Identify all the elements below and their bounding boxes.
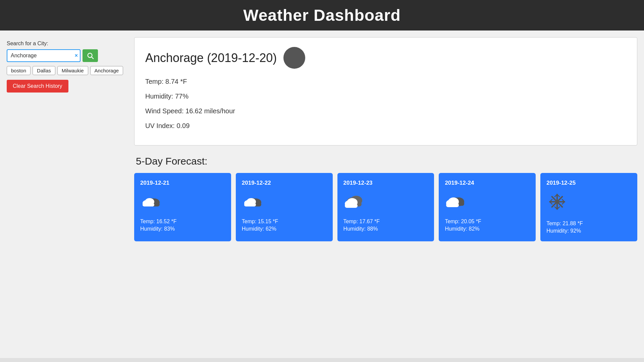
forecast-section: 5-Day Forecast: 2019-12-21 [134,156,637,248]
clear-history-button[interactable]: Clear Search History [7,80,68,93]
sidebar: Search for a City: × boston Dallas Milwa… [7,37,127,248]
forecast-card-day2: 2019-12-22 Temp: 15.15 *F Humidity: 62% [236,173,333,241]
forecast-date-day1: 2019-12-21 [140,180,225,186]
app-title: Weather Dashboard [243,6,401,24]
forecast-icon-day4 [445,192,530,212]
search-row: × [7,49,127,62]
search-icon [87,52,94,59]
forecast-temp-day5: Temp: 21.88 *F [546,221,631,227]
current-humidity: Humidity: 77% [145,92,626,101]
forecast-icon-day1 [140,192,225,212]
app-header: Weather Dashboard [0,0,644,31]
city-header: Anchorage (2019-12-20) [145,47,626,69]
svg-point-38 [556,200,558,203]
forecast-humidity-day1: Humidity: 83% [140,226,225,232]
forecast-card-day4: 2019-12-24 Temp: 20.05 [439,173,536,241]
history-tag-dallas[interactable]: Dallas [33,66,55,75]
forecast-card-day1: 2019-12-21 Temp: 16.52 [134,173,231,241]
forecast-cards: 2019-12-21 Temp: 16.52 [134,173,637,241]
right-content: Anchorage (2019-12-20) Temp: 8.74 *F Hum… [134,37,637,248]
forecast-card-day3: 2019-12-23 Temp: 17.67 [337,173,434,241]
forecast-date-day4: 2019-12-24 [445,180,530,186]
cloud-moon-icon-1 [140,192,162,209]
forecast-humidity-day2: Humidity: 62% [242,226,327,232]
svg-line-1 [92,57,93,59]
svg-rect-19 [345,204,358,208]
cloud-sun-icon [445,192,466,209]
forecast-title: 5-Day Forecast: [134,156,637,167]
current-uv-index: UV Index: 0.09 [145,121,626,130]
city-title: Anchorage (2019-12-20) [145,51,277,65]
svg-rect-13 [244,203,256,206]
forecast-temp-day1: Temp: 16.52 *F [140,219,225,225]
search-input[interactable] [7,49,80,62]
svg-rect-7 [143,203,154,206]
clear-input-icon[interactable]: × [75,53,78,58]
current-weather-card: Anchorage (2019-12-20) Temp: 8.74 *F Hum… [134,37,637,145]
search-input-wrapper: × [7,49,80,62]
forecast-humidity-day3: Humidity: 88% [343,226,428,232]
history-tag-boston[interactable]: boston [7,66,31,75]
search-label: Search for a City: [7,41,127,47]
forecast-humidity-day4: Humidity: 82% [445,226,530,232]
forecast-date-day5: 2019-12-25 [546,180,631,186]
forecast-temp-day3: Temp: 17.67 *F [343,219,428,225]
cloud-icon-3 [343,192,365,209]
cloud-moon-icon-2 [242,192,263,209]
svg-rect-25 [446,203,459,207]
history-tag-anchorage[interactable]: Anchorage [90,66,123,75]
search-button[interactable] [83,49,98,62]
forecast-date-day2: 2019-12-22 [242,180,327,186]
forecast-icon-day5 [546,192,631,214]
forecast-date-day3: 2019-12-23 [343,180,428,186]
forecast-icon-day3 [343,192,428,212]
forecast-icon-day2 [242,192,327,212]
main-content: Search for a City: × boston Dallas Milwa… [0,31,644,255]
current-wind-speed: Wind Speed: 16.62 miles/hour [145,106,626,116]
forecast-temp-day2: Temp: 15.15 *F [242,219,327,225]
forecast-temp-day4: Temp: 20.05 *F [445,219,530,225]
snow-icon [546,192,568,211]
history-tags: boston Dallas Milwaukie Anchorage [7,66,127,75]
scrollbar[interactable] [0,358,644,362]
current-weather-icon [283,47,305,69]
current-temp: Temp: 8.74 *F [145,77,626,86]
forecast-humidity-day5: Humidity: 92% [546,228,631,234]
history-tag-milwaukie[interactable]: Milwaukie [57,66,88,75]
forecast-card-day5: 2019-12-25 [540,173,637,241]
